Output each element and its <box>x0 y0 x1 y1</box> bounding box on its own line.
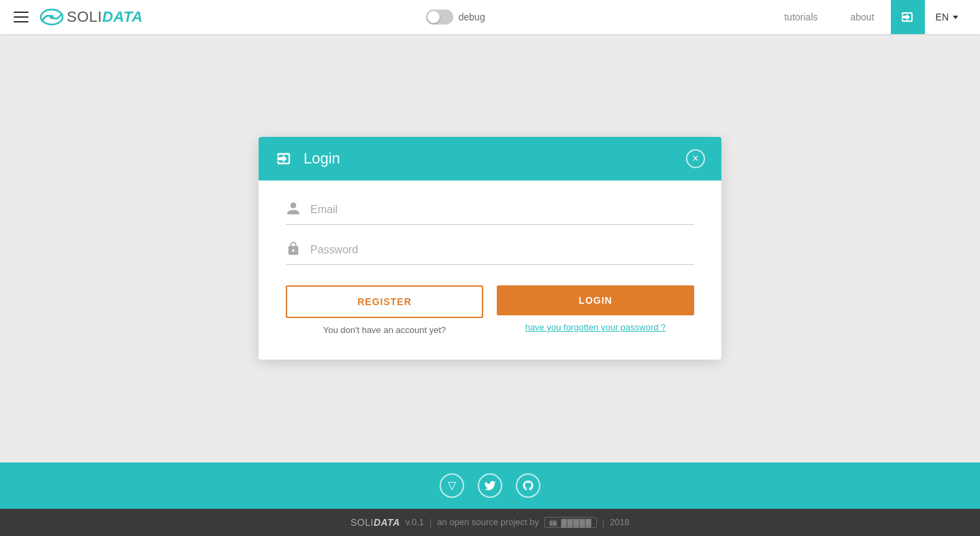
modal-actions: REGISTER You don't have an account yet? … <box>286 285 694 335</box>
email-input[interactable] <box>310 201 694 219</box>
modal-login-icon <box>275 149 294 168</box>
svg-point-1 <box>50 15 54 19</box>
person-icon <box>286 201 302 219</box>
github-icon <box>522 479 534 492</box>
modal-body: REGISTER You don't have an account yet? … <box>259 180 721 360</box>
header-center: debug <box>143 10 768 25</box>
lang-label: EN <box>936 12 949 22</box>
login-icon-button[interactable] <box>891 0 925 34</box>
social-vuejs[interactable]: ▽ <box>440 473 464 498</box>
footer-year: 2018 <box>610 517 630 527</box>
lock-icon <box>286 241 302 259</box>
logo-icon <box>39 7 64 27</box>
modal-header: Login × <box>259 137 721 180</box>
no-account-text: You don't have an account yet? <box>323 325 446 335</box>
nav-about[interactable]: about <box>834 0 891 34</box>
header: SOLIDATA debug tutorials about EN <box>0 0 980 34</box>
footer-social: ▽ <box>0 462 980 509</box>
header-right: tutorials about EN <box>768 0 969 34</box>
social-github[interactable] <box>516 473 540 498</box>
modal-title: Login <box>304 150 340 168</box>
register-col: REGISTER You don't have an account yet? <box>286 285 483 335</box>
modal-header-left: Login <box>275 149 340 168</box>
main-content: Login × <box>0 34 980 462</box>
header-left: SOLIDATA <box>11 7 143 27</box>
co-icon: CO <box>549 520 557 526</box>
debug-toggle[interactable]: debug <box>426 10 485 25</box>
logo-text: SOLIDATA <box>67 8 143 26</box>
register-button[interactable]: REGISTER <box>286 285 483 318</box>
footer-opensource-text: an open source project by <box>437 517 539 527</box>
footer-version: v.0.1 <box>406 517 424 527</box>
forgot-password-link[interactable]: have you forgotten your password ? <box>525 322 666 332</box>
signin-icon <box>900 9 916 25</box>
password-input[interactable] <box>310 241 694 259</box>
language-selector[interactable]: EN <box>925 0 969 34</box>
footer-brand: SOLIDATA <box>350 517 400 528</box>
email-input-group <box>286 201 694 225</box>
svg-text:CO: CO <box>550 521 556 526</box>
footer-info: SOLIDATA v.0.1 | an open source project … <box>0 509 980 536</box>
hamburger-menu[interactable] <box>11 9 31 25</box>
logo[interactable]: SOLIDATA <box>39 7 143 27</box>
footer-badge: CO ▓▓▓▓▓ <box>544 517 597 528</box>
login-button[interactable]: LOGIN <box>497 285 694 315</box>
twitter-icon <box>484 479 496 492</box>
password-input-group <box>286 241 694 265</box>
nav-tutorials[interactable]: tutorials <box>768 0 834 34</box>
login-col: LOGIN have you forgotten your password ? <box>497 285 694 332</box>
debug-switch[interactable] <box>426 10 453 25</box>
chevron-down-icon <box>953 16 958 19</box>
login-modal: Login × <box>259 137 721 360</box>
social-twitter[interactable] <box>478 473 502 498</box>
modal-close-button[interactable]: × <box>686 149 705 168</box>
debug-label: debug <box>459 12 485 22</box>
